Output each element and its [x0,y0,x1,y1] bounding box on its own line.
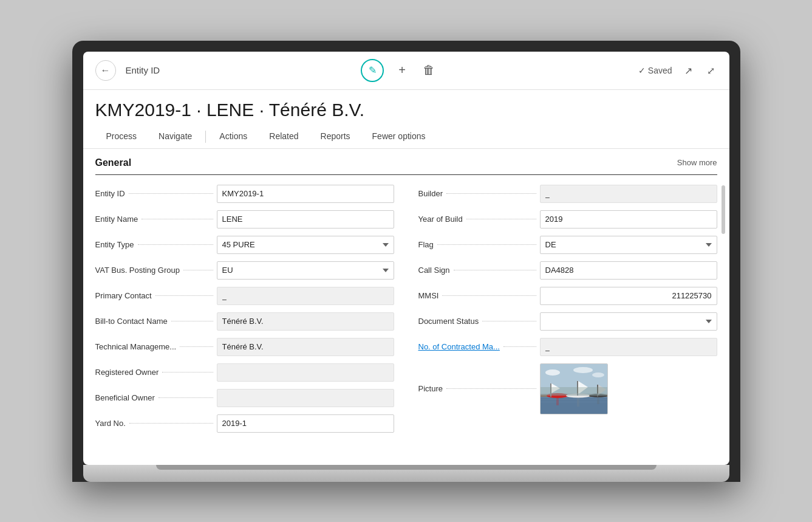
dots-vat [183,270,213,270]
dots-entity-name [142,219,213,219]
label-entity-name: Entity Name [95,215,138,224]
saved-status: ✓ Saved [638,66,672,75]
tab-reports[interactable]: Reports [310,125,361,148]
form-grid: Entity ID Entity Name [95,185,717,440]
dots-yard-no [129,423,213,424]
label-technical-management: Technical Manageme... [95,342,177,351]
label-registered-owner: Registered Owner [95,368,159,377]
tab-fewer-options[interactable]: Fewer options [361,125,437,148]
input-bill-to-contact [217,312,394,331]
nav-tabs: Process Navigate Actions Related Reports… [83,125,729,149]
page-title: KMY2019-1 · LENE · Ténéré B.V. [95,100,717,120]
tab-actions[interactable]: Actions [208,125,258,148]
input-technical-management [217,338,394,356]
svg-rect-16 [577,398,579,407]
trash-icon: 🗑 [423,63,435,77]
label-beneficial-owner: Beneficial Owner [95,393,155,402]
delete-button[interactable]: 🗑 [420,61,437,80]
top-bar-right: ✓ Saved ↗ ⤢ [638,61,717,80]
back-button[interactable]: ← [95,60,116,81]
field-builder: Builder [418,185,717,203]
top-bar-center: ✎ + 🗑 [169,59,629,82]
input-year-of-build[interactable] [540,210,717,228]
dots-year-of-build [466,219,536,219]
svg-rect-17 [597,398,599,404]
field-flag: Flag DE [418,236,717,254]
field-document-status: Document Status [418,312,717,331]
label-primary-contact: Primary Contact [95,291,152,300]
input-registered-owner [217,363,394,382]
show-more-button[interactable]: Show more [677,158,717,167]
field-entity-id: Entity ID [95,185,394,203]
svg-rect-19 [541,387,608,396]
field-contracted-maintenance: No. of Contracted Ma... [418,338,717,356]
label-entity-id: Entity ID [95,189,125,198]
input-beneficial-owner [217,389,394,407]
select-entity-type[interactable]: 45 PURE [217,236,394,254]
dots-primary-contact [155,295,213,296]
input-entity-id[interactable] [217,185,394,203]
scrollbar[interactable] [721,185,726,453]
laptop-base-inner [156,465,657,470]
boats-image [541,364,608,414]
title-area: KMY2019-1 · LENE · Ténéré B.V. [83,90,729,125]
select-vat-posting-group[interactable]: EU [217,261,394,280]
label-document-status: Document Status [418,317,479,326]
label-call-sign: Call Sign [418,266,450,275]
add-button[interactable]: + [396,61,408,80]
left-column: Entity ID Entity Name [95,185,394,440]
check-icon: ✓ [638,66,646,75]
select-document-status[interactable] [540,312,717,331]
dots-mmsi [442,295,536,296]
plus-icon: + [398,63,406,77]
tab-related[interactable]: Related [258,125,309,148]
input-primary-contact [217,287,394,305]
label-bill-to-contact: Bill-to Contact Name [95,317,168,326]
dots-picture [446,388,536,389]
picture-box[interactable] [540,363,608,414]
tab-process[interactable]: Process [95,125,148,148]
expand-icon: ⤢ [707,66,715,76]
field-call-sign: Call Sign [418,261,717,280]
field-entity-type: Entity Type 45 PURE [95,236,394,254]
label-contracted-maintenance: No. of Contracted Ma... [418,342,500,351]
input-call-sign[interactable] [540,261,717,280]
link-contracted-maintenance[interactable]: No. of Contracted Ma... [418,342,500,351]
dots-contracted-maintenance [503,346,536,347]
open-icon: ↗ [684,66,692,76]
input-builder [540,185,717,203]
dots-flag [437,244,536,245]
input-entity-name[interactable] [217,210,394,228]
content-area: General Show more Entity ID [83,149,729,440]
dots-call-sign [454,270,536,270]
tab-navigate[interactable]: Navigate [148,125,203,148]
input-mmsi[interactable] [540,287,717,305]
label-builder: Builder [418,189,443,198]
field-year-of-build: Year of Build [418,210,717,228]
dots-builder [446,193,536,194]
field-registered-owner: Registered Owner [95,363,394,382]
edit-button[interactable]: ✎ [361,59,384,82]
label-mmsi: MMSI [418,291,439,300]
field-entity-name: Entity Name [95,210,394,228]
expand-button[interactable]: ⤢ [705,61,717,80]
top-bar: ← Entity ID ✎ + 🗑 ✓ [83,52,729,90]
dots-document-status [482,321,536,321]
field-bill-to-contact: Bill-to Contact Name [95,312,394,331]
entity-id-label: Entity ID [126,65,160,75]
input-yard-no[interactable] [217,414,394,433]
edit-icon: ✎ [369,64,377,76]
svg-point-20 [545,369,560,376]
select-flag[interactable]: DE [540,236,717,254]
section-header: General Show more [95,149,717,175]
svg-rect-15 [556,398,559,405]
field-technical-management: Technical Manageme... [95,338,394,356]
scrollbar-thumb[interactable] [722,185,725,234]
input-contracted-maintenance [540,338,717,356]
open-new-window-button[interactable]: ↗ [682,61,695,80]
dots-technical-management [180,346,213,347]
label-vat-posting-group: VAT Bus. Posting Group [95,266,180,275]
field-picture: Picture [418,363,717,414]
field-vat-posting-group: VAT Bus. Posting Group EU [95,261,394,280]
field-yard-no: Yard No. [95,414,394,433]
